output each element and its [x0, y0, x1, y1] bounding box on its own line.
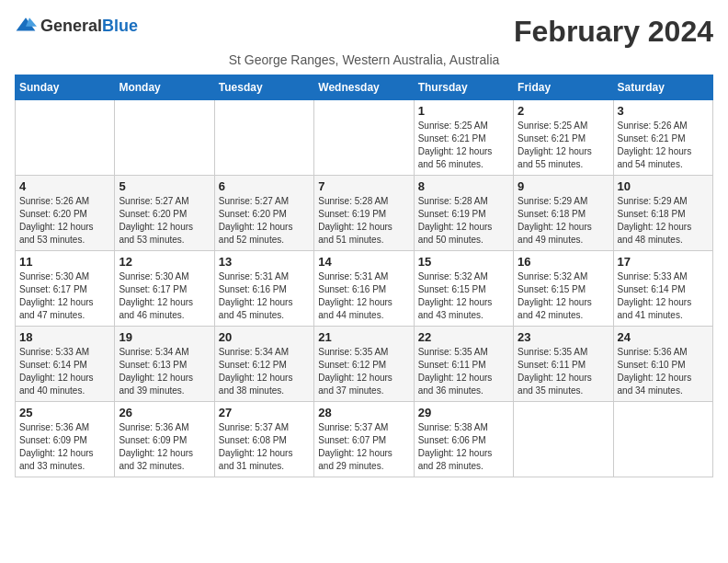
day-cell: 18Sunrise: 5:33 AMSunset: 6:14 PMDayligh…: [16, 327, 115, 402]
day-number: 3: [618, 104, 709, 118]
day-cell: 1Sunrise: 5:25 AMSunset: 6:21 PMDaylight…: [414, 100, 513, 176]
day-cell: 7Sunrise: 5:28 AMSunset: 6:19 PMDaylight…: [314, 176, 414, 251]
day-number: 16: [518, 255, 609, 269]
day-cell: [613, 402, 712, 477]
day-info: Sunrise: 5:35 AMSunset: 6:11 PMDaylight:…: [518, 346, 609, 397]
subtitle: St George Ranges, Western Australia, Aus…: [15, 52, 713, 67]
day-number: 7: [318, 179, 409, 193]
day-cell: 13Sunrise: 5:31 AMSunset: 6:16 PMDayligh…: [214, 251, 313, 327]
day-info: Sunrise: 5:31 AMSunset: 6:16 PMDaylight:…: [219, 270, 310, 322]
logo: GeneralBlue: [15, 15, 138, 37]
day-cell: 21Sunrise: 5:35 AMSunset: 6:12 PMDayligh…: [314, 327, 414, 402]
weekday-header-friday: Friday: [514, 75, 613, 100]
day-number: 24: [618, 330, 709, 344]
day-cell: 11Sunrise: 5:30 AMSunset: 6:17 PMDayligh…: [16, 251, 115, 327]
day-cell: 6Sunrise: 5:27 AMSunset: 6:20 PMDaylight…: [214, 176, 313, 251]
week-row-4: 18Sunrise: 5:33 AMSunset: 6:14 PMDayligh…: [16, 327, 713, 402]
day-number: 15: [418, 255, 509, 269]
day-number: 29: [418, 406, 509, 419]
day-cell: [115, 100, 214, 176]
day-cell: [314, 100, 414, 176]
day-info: Sunrise: 5:25 AMSunset: 6:21 PMDaylight:…: [518, 120, 609, 171]
day-cell: [16, 100, 115, 176]
week-row-1: 1Sunrise: 5:25 AMSunset: 6:21 PMDaylight…: [16, 100, 713, 176]
day-cell: 12Sunrise: 5:30 AMSunset: 6:17 PMDayligh…: [115, 251, 214, 327]
day-info: Sunrise: 5:38 AMSunset: 6:06 PMDaylight:…: [418, 421, 509, 473]
day-info: Sunrise: 5:29 AMSunset: 6:18 PMDaylight:…: [618, 195, 709, 247]
day-info: Sunrise: 5:32 AMSunset: 6:15 PMDaylight:…: [418, 270, 509, 322]
day-number: 25: [19, 406, 110, 419]
day-number: 9: [518, 179, 609, 193]
day-cell: 2Sunrise: 5:25 AMSunset: 6:21 PMDaylight…: [514, 100, 613, 176]
day-cell: 14Sunrise: 5:31 AMSunset: 6:16 PMDayligh…: [314, 251, 414, 327]
day-info: Sunrise: 5:30 AMSunset: 6:17 PMDaylight:…: [19, 270, 110, 322]
day-number: 17: [618, 255, 709, 269]
day-cell: 23Sunrise: 5:35 AMSunset: 6:11 PMDayligh…: [514, 327, 613, 402]
day-info: Sunrise: 5:36 AMSunset: 6:09 PMDaylight:…: [119, 421, 210, 473]
day-cell: 28Sunrise: 5:37 AMSunset: 6:07 PMDayligh…: [314, 402, 414, 477]
day-info: Sunrise: 5:37 AMSunset: 6:07 PMDaylight:…: [318, 421, 409, 473]
day-number: 22: [418, 330, 509, 344]
day-number: 10: [618, 179, 709, 193]
day-cell: 17Sunrise: 5:33 AMSunset: 6:14 PMDayligh…: [613, 251, 712, 327]
day-info: Sunrise: 5:27 AMSunset: 6:20 PMDaylight:…: [219, 195, 310, 247]
day-number: 6: [219, 179, 310, 193]
title-section: February 2024: [514, 15, 713, 49]
day-cell: 24Sunrise: 5:36 AMSunset: 6:10 PMDayligh…: [613, 327, 712, 402]
day-number: 4: [19, 179, 110, 193]
day-number: 11: [19, 255, 110, 269]
day-cell: 4Sunrise: 5:26 AMSunset: 6:20 PMDaylight…: [16, 176, 115, 251]
day-info: Sunrise: 5:36 AMSunset: 6:09 PMDaylight:…: [19, 421, 110, 473]
day-number: 5: [119, 179, 210, 193]
day-info: Sunrise: 5:34 AMSunset: 6:12 PMDaylight:…: [219, 346, 310, 397]
week-row-2: 4Sunrise: 5:26 AMSunset: 6:20 PMDaylight…: [16, 176, 713, 251]
day-number: 28: [318, 406, 409, 419]
day-cell: 29Sunrise: 5:38 AMSunset: 6:06 PMDayligh…: [414, 402, 513, 477]
day-info: Sunrise: 5:25 AMSunset: 6:21 PMDaylight:…: [418, 120, 509, 171]
day-number: 14: [318, 255, 409, 269]
weekday-header-thursday: Thursday: [414, 75, 513, 100]
day-cell: 25Sunrise: 5:36 AMSunset: 6:09 PMDayligh…: [16, 402, 115, 477]
day-number: 19: [119, 330, 210, 344]
logo-icon: [15, 15, 37, 37]
weekday-header-wednesday: Wednesday: [314, 75, 414, 100]
logo-general: General: [40, 17, 102, 35]
day-cell: [214, 100, 313, 176]
page-header: GeneralBlue February 2024: [15, 15, 713, 49]
day-cell: [514, 402, 613, 477]
day-cell: 8Sunrise: 5:28 AMSunset: 6:19 PMDaylight…: [414, 176, 513, 251]
logo-blue: Blue: [102, 17, 138, 35]
day-cell: 22Sunrise: 5:35 AMSunset: 6:11 PMDayligh…: [414, 327, 513, 402]
day-cell: 3Sunrise: 5:26 AMSunset: 6:21 PMDaylight…: [613, 100, 712, 176]
day-number: 27: [219, 406, 310, 419]
day-info: Sunrise: 5:30 AMSunset: 6:17 PMDaylight:…: [119, 270, 210, 322]
day-info: Sunrise: 5:33 AMSunset: 6:14 PMDaylight:…: [618, 270, 709, 322]
day-info: Sunrise: 5:26 AMSunset: 6:21 PMDaylight:…: [618, 120, 709, 171]
week-row-5: 25Sunrise: 5:36 AMSunset: 6:09 PMDayligh…: [16, 402, 713, 477]
day-cell: 20Sunrise: 5:34 AMSunset: 6:12 PMDayligh…: [214, 327, 313, 402]
day-number: 1: [418, 104, 509, 118]
weekday-header-row: SundayMondayTuesdayWednesdayThursdayFrid…: [16, 75, 713, 100]
day-cell: 10Sunrise: 5:29 AMSunset: 6:18 PMDayligh…: [613, 176, 712, 251]
day-info: Sunrise: 5:35 AMSunset: 6:11 PMDaylight:…: [418, 346, 509, 397]
weekday-header-tuesday: Tuesday: [214, 75, 313, 100]
day-info: Sunrise: 5:26 AMSunset: 6:20 PMDaylight:…: [19, 195, 110, 247]
day-cell: 26Sunrise: 5:36 AMSunset: 6:09 PMDayligh…: [115, 402, 214, 477]
day-info: Sunrise: 5:37 AMSunset: 6:08 PMDaylight:…: [219, 421, 310, 473]
day-info: Sunrise: 5:31 AMSunset: 6:16 PMDaylight:…: [318, 270, 409, 322]
day-cell: 9Sunrise: 5:29 AMSunset: 6:18 PMDaylight…: [514, 176, 613, 251]
weekday-header-saturday: Saturday: [613, 75, 712, 100]
day-cell: 19Sunrise: 5:34 AMSunset: 6:13 PMDayligh…: [115, 327, 214, 402]
day-info: Sunrise: 5:32 AMSunset: 6:15 PMDaylight:…: [518, 270, 609, 322]
day-number: 12: [119, 255, 210, 269]
day-number: 23: [518, 330, 609, 344]
weekday-header-sunday: Sunday: [16, 75, 115, 100]
weekday-header-monday: Monday: [115, 75, 214, 100]
day-number: 26: [119, 406, 210, 419]
day-number: 13: [219, 255, 310, 269]
day-info: Sunrise: 5:36 AMSunset: 6:10 PMDaylight:…: [618, 346, 709, 397]
day-info: Sunrise: 5:35 AMSunset: 6:12 PMDaylight:…: [318, 346, 409, 397]
week-row-3: 11Sunrise: 5:30 AMSunset: 6:17 PMDayligh…: [16, 251, 713, 327]
day-info: Sunrise: 5:27 AMSunset: 6:20 PMDaylight:…: [119, 195, 210, 247]
day-number: 8: [418, 179, 509, 193]
